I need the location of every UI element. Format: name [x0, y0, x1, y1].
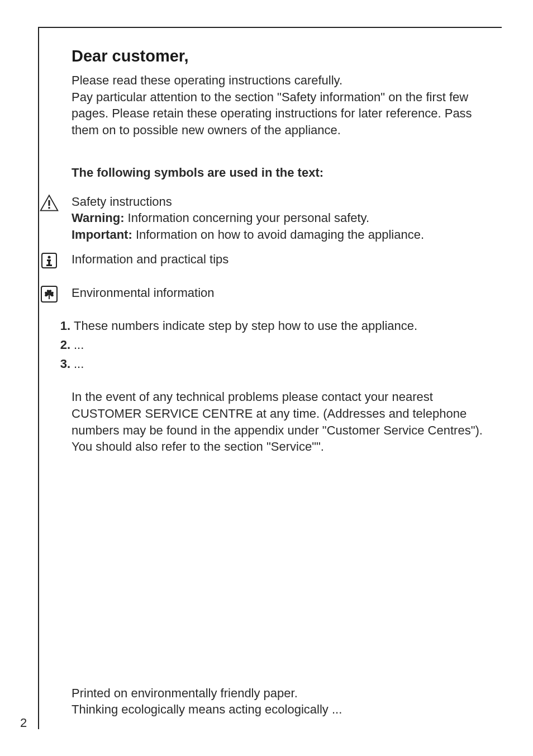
page-number: 2 — [20, 716, 27, 730]
safety-entry: Safety instructions Warning: Information… — [72, 193, 502, 243]
step-list: 1. These numbers indicate step by step h… — [54, 318, 502, 372]
symbols-subheading: The following symbols are used in the te… — [72, 166, 502, 180]
safety-title: Safety instructions — [72, 193, 502, 210]
svg-rect-0 — [48, 200, 50, 206]
closing-block: In the event of any technical problems p… — [72, 389, 502, 455]
svg-rect-6 — [46, 264, 52, 266]
safety-warning-line: Warning: Information concerning your per… — [72, 210, 502, 226]
footer-block: Printed on environmentally friendly pape… — [72, 685, 342, 718]
important-text: Information on how to avoid damaging the… — [132, 228, 424, 242]
step-number: 2. — [54, 337, 70, 353]
footer-line-1: Printed on environmentally friendly pape… — [72, 685, 342, 702]
warning-label: Warning: — [72, 211, 125, 225]
warning-text: Information concerning your personal saf… — [125, 211, 370, 225]
closing-p1: In the event of any technical problems p… — [72, 389, 497, 438]
closing-p2: You should also refer to the section "Se… — [72, 438, 497, 455]
step-number: 3. — [54, 356, 70, 372]
step-text: ... — [74, 356, 84, 372]
warning-triangle-icon — [39, 193, 59, 212]
important-label: Important: — [72, 228, 132, 242]
env-text: Environmental information — [72, 285, 502, 301]
list-item: 2. ... — [54, 337, 502, 353]
intro-paragraph: Please read these operating instructions… — [72, 72, 502, 139]
info-box-icon — [39, 251, 59, 270]
env-entry: Environmental information — [72, 285, 502, 301]
clover-icon — [39, 285, 59, 304]
svg-rect-1 — [48, 207, 50, 209]
footer-line-2: Thinking ecologically means acting ecolo… — [72, 701, 342, 718]
svg-point-3 — [48, 256, 51, 258]
list-item: 3. ... — [54, 356, 502, 372]
step-text: These numbers indicate step by step how … — [74, 318, 417, 334]
page-frame: Dear customer, Please read these operati… — [38, 27, 502, 729]
step-number: 1. — [54, 318, 70, 334]
list-item: 1. These numbers indicate step by step h… — [54, 318, 502, 334]
info-text: Information and practical tips — [72, 251, 502, 268]
info-entry: Information and practical tips — [72, 251, 502, 268]
safety-important-line: Important: Information on how to avoid d… — [72, 226, 502, 243]
step-text: ... — [74, 337, 84, 353]
page-title: Dear customer, — [72, 47, 502, 65]
